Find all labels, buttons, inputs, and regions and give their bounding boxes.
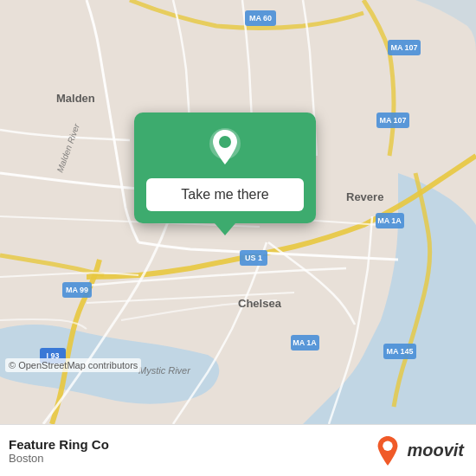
svg-text:MA 1A: MA 1A (377, 216, 402, 225)
location-pin-icon (204, 126, 246, 168)
moovit-brand-text: moovit (407, 441, 464, 460)
bottom-bar: Feature Ring Co Boston moovit (0, 424, 476, 476)
business-name: Feature Ring Co (9, 437, 109, 452)
map-attribution: © OpenStreetMap contributors (5, 358, 141, 372)
map-container: MA 60 MA 107 MA 107 MA 1A US 1 MA 99 I 9… (0, 0, 476, 424)
take-me-there-button[interactable]: Take me there (146, 178, 304, 211)
svg-text:Malden: Malden (56, 92, 95, 105)
svg-text:Revere: Revere (346, 190, 383, 203)
business-info: Feature Ring Co Boston (9, 437, 109, 465)
svg-text:Mystic River: Mystic River (138, 365, 191, 376)
business-city: Boston (9, 452, 109, 465)
svg-text:US 1: US 1 (245, 254, 262, 262)
svg-point-26 (219, 136, 231, 148)
svg-text:MA 107: MA 107 (390, 43, 417, 52)
svg-text:MA 107: MA 107 (379, 116, 406, 125)
svg-text:Chelsea: Chelsea (238, 297, 282, 310)
moovit-logo[interactable]: moovit (374, 434, 464, 467)
moovit-pin-icon (374, 434, 402, 467)
svg-text:MA 1A: MA 1A (293, 338, 317, 347)
svg-text:MA 145: MA 145 (386, 347, 413, 356)
popup-card: Take me there (134, 113, 316, 223)
svg-point-27 (383, 441, 393, 450)
svg-text:MA 60: MA 60 (249, 14, 272, 23)
svg-text:MA 99: MA 99 (66, 286, 88, 294)
